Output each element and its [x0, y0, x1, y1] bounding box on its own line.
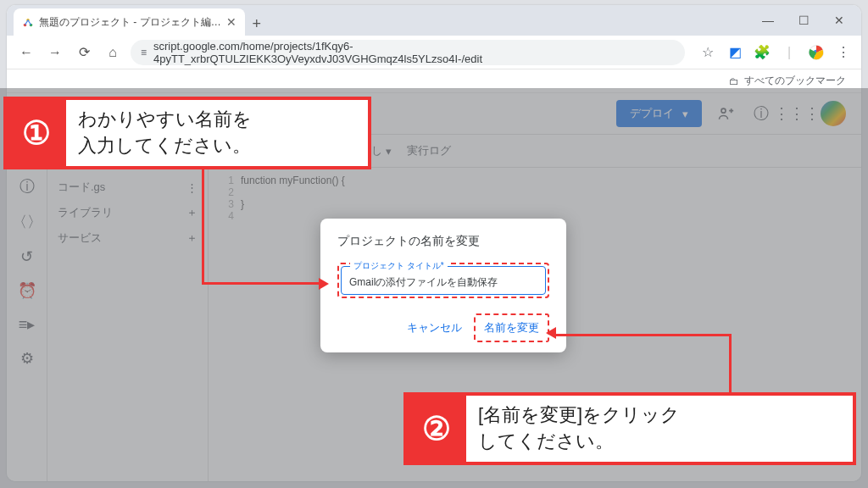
chrome-profile-icon[interactable]	[807, 43, 826, 62]
arrow-2-h	[553, 334, 731, 336]
arrow-2-head	[546, 327, 556, 339]
rename-dialog: プロジェクトの名前を変更 プロジェクト タイトル* キャンセル 名前を変更	[320, 219, 566, 352]
extensions-puzzle-icon[interactable]: 🧩	[753, 43, 771, 62]
rename-button[interactable]: 名前を変更	[477, 317, 546, 339]
field-label: プロジェクト タイトル*	[350, 260, 448, 272]
arrow-1-head	[319, 278, 329, 290]
dialog-title: プロジェクトの名前を変更	[337, 234, 549, 249]
site-info-icon[interactable]: ≡	[141, 47, 147, 58]
callout-number-1: ①	[7, 100, 66, 166]
cancel-button[interactable]: キャンセル	[398, 315, 470, 341]
callout-text-1: わかりやすい名前を 入力してください。	[66, 100, 264, 166]
apps-script-favicon	[22, 16, 34, 28]
extension-icon-1[interactable]: ◩	[726, 43, 744, 62]
tab-strip: 無題のプロジェクト - プロジェクト編… ✕ +	[7, 5, 861, 36]
browser-tab[interactable]: 無題のプロジェクト - プロジェクト編… ✕	[14, 8, 245, 36]
tab-title: 無題のプロジェクト - プロジェクト編…	[39, 15, 221, 30]
minimize-button[interactable]: —	[751, 8, 785, 32]
all-bookmarks-link[interactable]: すべてのブックマーク	[744, 74, 846, 88]
annotation-highlight-input: プロジェクト タイトル*	[337, 263, 549, 298]
window-controls: — ☐ ✕	[751, 8, 856, 32]
url-text: script.google.com/home/projects/1fKqy6-4…	[153, 40, 675, 65]
arrow-1-h	[202, 282, 320, 285]
close-window-button[interactable]: ✕	[822, 8, 856, 32]
callout-1: ① わかりやすい名前を 入力してください。	[3, 97, 371, 169]
address-bar-row: ← → ⟳ ⌂ ≡ script.google.com/home/project…	[7, 36, 861, 69]
forward-button[interactable]: →	[44, 42, 66, 64]
arrow-2-v	[729, 334, 732, 392]
callout-text-2: [名前を変更]をクリック してください。	[466, 396, 692, 462]
project-title-field: プロジェクト タイトル*	[341, 266, 546, 295]
new-tab-button[interactable]: +	[245, 12, 269, 36]
url-box[interactable]: ≡ script.google.com/home/projects/1fKqy6…	[131, 40, 685, 65]
arrow-1-v	[202, 168, 204, 285]
divider: |	[780, 43, 798, 62]
close-tab-icon[interactable]: ✕	[226, 15, 236, 29]
folder-icon: 🗀	[729, 75, 739, 87]
maximize-button[interactable]: ☐	[787, 8, 821, 32]
callout-2: ② [名前を変更]をクリック してください。	[403, 392, 856, 465]
star-bookmark-icon[interactable]: ☆	[698, 43, 717, 62]
annotation-highlight-rename: 名前を変更	[474, 313, 549, 342]
reload-button[interactable]: ⟳	[73, 42, 95, 64]
kebab-menu-icon[interactable]: ⋮	[834, 43, 853, 62]
back-button[interactable]: ←	[15, 42, 37, 64]
callout-number-2: ②	[407, 396, 466, 462]
home-button[interactable]: ⌂	[102, 42, 124, 64]
